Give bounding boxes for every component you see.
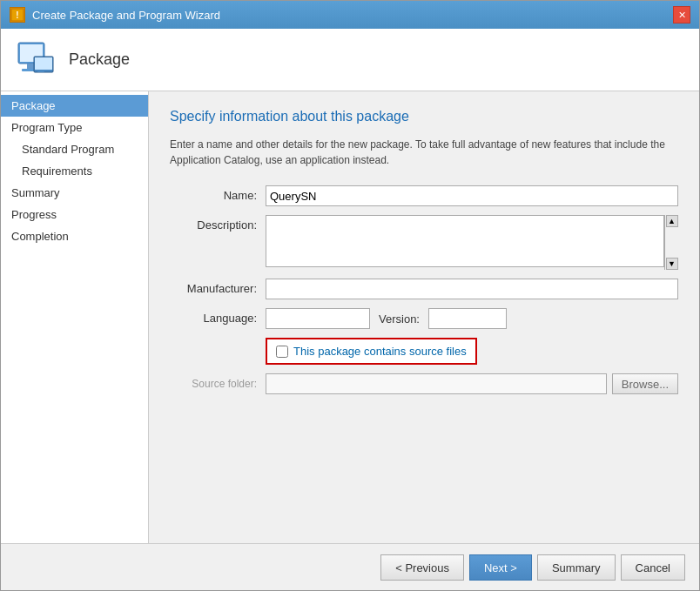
source-files-checkbox[interactable] — [276, 346, 288, 358]
cancel-button[interactable]: Cancel — [621, 554, 685, 581]
svg-text:!: ! — [16, 10, 18, 20]
manufacturer-input[interactable] — [266, 279, 678, 299]
version-input[interactable] — [428, 308, 507, 329]
title-bar: ! Create Package and Program Wizard ✕ — [1, 1, 699, 29]
name-row: Name: — [170, 185, 678, 206]
source-folder-input[interactable] — [266, 373, 607, 394]
footer: < Previous Next > Summary Cancel — [1, 543, 699, 590]
sidebar-item-requirements[interactable]: Requirements — [1, 160, 148, 182]
manufacturer-label: Manufacturer: — [170, 279, 266, 295]
sidebar-item-program-type[interactable]: Program Type — [1, 117, 148, 138]
window-icon: ! — [10, 7, 25, 23]
source-folder-label: Source folder: — [170, 378, 266, 390]
svg-rect-8 — [37, 70, 44, 72]
source-files-label[interactable]: This package contains source files — [293, 345, 467, 358]
header-title: Package — [69, 50, 130, 69]
language-version-row: Language: Version: — [170, 308, 678, 329]
sidebar: Package Program Type Standard Program Re… — [1, 91, 149, 543]
name-input[interactable] — [266, 185, 678, 206]
main-content: Specify information about this package E… — [149, 91, 699, 543]
sidebar-item-completion[interactable]: Completion — [1, 225, 148, 247]
info-text: Enter a name and other details for the n… — [170, 137, 678, 168]
next-button[interactable]: Next > — [469, 554, 532, 581]
svg-rect-7 — [35, 57, 52, 70]
sidebar-item-package[interactable]: Package — [1, 95, 148, 117]
close-button[interactable]: ✕ — [673, 6, 690, 24]
version-label: Version: — [379, 312, 420, 326]
sidebar-item-summary[interactable]: Summary — [1, 182, 148, 204]
wizard-window: ! Create Package and Program Wizard ✕ Pa… — [0, 0, 700, 591]
sidebar-item-standard-program[interactable]: Standard Program — [1, 138, 148, 160]
description-input[interactable] — [266, 215, 664, 267]
source-files-checkbox-row: This package contains source files — [266, 338, 477, 365]
title-bar-left: ! Create Package and Program Wizard — [10, 7, 220, 23]
description-label: Description: — [170, 215, 266, 232]
previous-button[interactable]: < Previous — [380, 554, 464, 581]
source-folder-row: Source folder: Browse... — [170, 373, 678, 394]
browse-button[interactable]: Browse... — [612, 373, 678, 394]
window-title: Create Package and Program Wizard — [32, 9, 220, 22]
description-wrapper: ▲ ▼ — [266, 215, 678, 270]
section-title: Specify information about this package — [170, 109, 678, 124]
language-label: Language: — [170, 308, 266, 325]
sidebar-item-progress[interactable]: Progress — [1, 204, 148, 225]
header-band: Package — [1, 29, 699, 91]
content-area: Package Program Type Standard Program Re… — [1, 91, 699, 543]
language-version-inputs: Version: — [266, 308, 507, 329]
scroll-down-arrow[interactable]: ▼ — [666, 258, 678, 270]
summary-button[interactable]: Summary — [537, 554, 616, 581]
description-row: Description: ▲ ▼ — [170, 215, 678, 270]
description-scrollbar[interactable]: ▲ ▼ — [664, 215, 678, 270]
scroll-up-arrow[interactable]: ▲ — [666, 215, 678, 227]
name-label: Name: — [170, 185, 266, 202]
manufacturer-row: Manufacturer: — [170, 279, 678, 299]
language-input[interactable] — [266, 308, 370, 329]
header-icon — [15, 39, 57, 81]
